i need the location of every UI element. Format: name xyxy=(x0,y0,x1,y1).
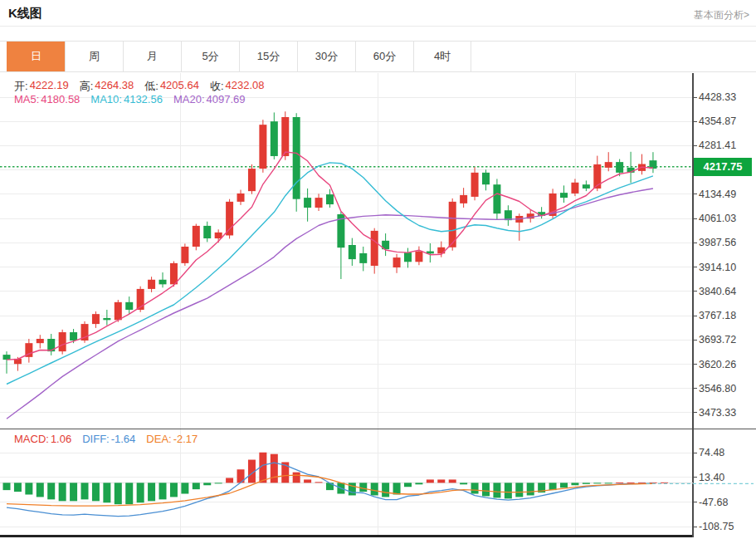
tab-4hour[interactable]: 4时 xyxy=(413,42,471,71)
tab-day[interactable]: 日 xyxy=(7,42,65,71)
dea-value: -2.17 xyxy=(173,433,198,445)
tab-60min[interactable]: 60分 xyxy=(355,42,413,71)
svg-text:4061.03: 4061.03 xyxy=(699,213,736,224)
svg-text:4134.49: 4134.49 xyxy=(699,189,736,200)
svg-text:13.40: 13.40 xyxy=(699,472,724,483)
open-value: 4222.19 xyxy=(30,79,69,94)
dea-label: DEA: xyxy=(146,433,171,445)
svg-text:3987.56: 3987.56 xyxy=(699,237,736,248)
current-price-marker: 4217.75 xyxy=(694,158,752,176)
svg-text:3546.80: 3546.80 xyxy=(699,383,736,394)
svg-text:-47.68: -47.68 xyxy=(699,497,728,508)
tab-week[interactable]: 周 xyxy=(65,42,123,71)
ma10-value: 4132.56 xyxy=(124,93,163,105)
svg-text:3914.10: 3914.10 xyxy=(699,262,736,273)
tab-5min[interactable]: 5分 xyxy=(181,42,239,71)
ma-legend: MA5:4180.58 MA10:4132.56 MA20:4097.69 xyxy=(14,93,246,105)
svg-text:3620.26: 3620.26 xyxy=(699,359,736,370)
svg-text:3693.72: 3693.72 xyxy=(699,334,736,345)
fundamental-analysis-link[interactable]: 基本面分析> xyxy=(694,8,749,22)
svg-text:74.48: 74.48 xyxy=(699,447,724,458)
macd-value: 1.06 xyxy=(51,433,71,445)
high-value: 4264.38 xyxy=(95,79,134,94)
chart-svg[interactable]: 4428.334354.874281.414134.494061.033987.… xyxy=(0,73,756,539)
svg-text:3473.33: 3473.33 xyxy=(699,407,736,419)
tab-30min[interactable]: 30分 xyxy=(297,42,355,71)
diff-value: -1.64 xyxy=(111,433,136,445)
ma20-label: MA20: xyxy=(173,93,205,105)
kline-page: K线图 基本面分析> 日 周 月 5分 15分 30分 60分 4时 4428.… xyxy=(0,0,756,539)
chart-area: 4428.334354.874281.414134.494061.033987.… xyxy=(0,73,756,539)
ohlc-legend: 开:4222.19 高:4264.38 低:4205.64 收:4232.08 xyxy=(14,79,265,94)
ma10-label: MA10: xyxy=(90,93,122,105)
ma5-label: MA5: xyxy=(14,93,39,105)
svg-text:-108.75: -108.75 xyxy=(699,521,734,532)
ma20-value: 4097.69 xyxy=(207,93,246,105)
diff-label: DIFF: xyxy=(82,433,110,445)
svg-text:4354.87: 4354.87 xyxy=(699,115,736,127)
macd-label: MACD: xyxy=(14,433,49,445)
tab-15min[interactable]: 15分 xyxy=(239,42,297,71)
open-label: 开: xyxy=(14,79,28,94)
ma5-value: 4180.58 xyxy=(41,93,80,105)
svg-text:3840.64: 3840.64 xyxy=(699,286,736,297)
low-value: 4205.64 xyxy=(160,79,199,94)
close-label: 收: xyxy=(210,79,224,94)
header-divider xyxy=(0,26,756,27)
page-title: K线图 xyxy=(8,6,42,22)
macd-legend: MACD:1.06 DIFF:-1.64 DEA:-2.17 xyxy=(14,433,198,445)
high-label: 高: xyxy=(80,79,94,94)
tab-month[interactable]: 月 xyxy=(123,42,181,71)
svg-text:4428.33: 4428.33 xyxy=(699,91,736,103)
period-tabbar: 日 周 月 5分 15分 30分 60分 4时 xyxy=(0,41,756,72)
svg-text:4281.41: 4281.41 xyxy=(699,140,736,151)
low-label: 低: xyxy=(144,79,159,94)
svg-text:3767.18: 3767.18 xyxy=(699,310,736,321)
close-value: 4232.08 xyxy=(226,79,265,94)
